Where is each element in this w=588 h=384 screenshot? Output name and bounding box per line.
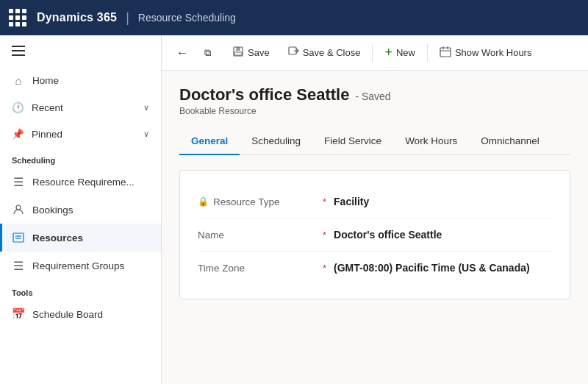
tab-general[interactable]: General — [179, 128, 240, 155]
top-bar: Dynamics 365 | Resource Scheduling — [0, 0, 588, 35]
record-name: Doctor's office Seattle — [179, 85, 349, 104]
name-label: Name — [198, 230, 315, 241]
form-row-time-zone: Time Zone * (GMT-08:00) Pacific Time (US… — [198, 252, 552, 284]
record-subtitle: Bookable Resource — [179, 106, 570, 116]
tabs: General Scheduling Field Service Work Ho… — [179, 128, 570, 155]
save-label: Save — [248, 47, 270, 58]
content-area: ← ⧉ Save — [162, 35, 588, 384]
time-zone-label: Time Zone — [198, 263, 315, 274]
show-work-hours-button[interactable]: Show Work Hours — [432, 41, 539, 64]
svg-rect-1 — [13, 233, 24, 242]
lock-icon: 🔒 — [198, 196, 209, 207]
hamburger-icon — [12, 46, 25, 56]
top-bar-divider: | — [126, 10, 129, 26]
save-close-label: Save & Close — [303, 47, 361, 58]
svg-point-0 — [16, 205, 21, 210]
req-groups-icon: ☰ — [12, 259, 25, 272]
resources-icon — [12, 231, 25, 244]
save-button[interactable]: Save — [225, 41, 277, 64]
form-row-name: Name * Doctor's office Seattle — [198, 218, 552, 252]
sidebar-item-home[interactable]: ⌂ Home — [0, 66, 161, 94]
time-zone-required: * — [323, 263, 326, 274]
page-content: Doctor's office Seattle - Saved Bookable… — [162, 71, 588, 384]
calendar-icon — [440, 46, 451, 60]
back-icon: ← — [176, 46, 188, 60]
form-card: 🔒 Resource Type * Facility Name * Doctor… — [179, 170, 570, 299]
home-icon: ⌂ — [12, 74, 25, 87]
sidebar-item-pinned-label: Pinned — [32, 129, 62, 140]
schedule-board-icon: 📅 — [12, 307, 25, 321]
show-work-hours-label: Show Work Hours — [455, 47, 532, 58]
time-zone-value[interactable]: (GMT-08:00) Pacific Time (US & Canada) — [334, 262, 530, 274]
save-close-button[interactable]: Save & Close — [280, 41, 368, 64]
sidebar-item-pinned[interactable]: 📌 Pinned ∨ — [0, 121, 161, 147]
module-title: Resource Scheduling — [138, 12, 236, 24]
sidebar-item-requirement-groups[interactable]: ☰ Requirement Groups — [0, 252, 161, 280]
sidebar-item-req-groups-label: Requirement Groups — [32, 260, 124, 271]
new-icon: + — [384, 45, 392, 60]
resource-type-required: * — [323, 196, 326, 207]
svg-rect-5 — [236, 47, 240, 51]
toolbar-separator-1 — [372, 44, 373, 62]
name-value[interactable]: Doctor's office Seattle — [334, 229, 442, 241]
recent-icon: 🕐 — [12, 102, 24, 113]
record-saved-status: - Saved — [355, 90, 390, 102]
recent-chevron-icon: ∨ — [143, 103, 149, 113]
sidebar-item-home-label: Home — [32, 75, 59, 86]
hamburger-button[interactable] — [0, 35, 161, 66]
sidebar-item-resources[interactable]: Resources — [0, 224, 161, 252]
tab-field-service[interactable]: Field Service — [312, 128, 393, 155]
sidebar-item-recent-label: Recent — [32, 102, 63, 113]
tab-work-hours[interactable]: Work Hours — [393, 128, 469, 155]
pinned-chevron-icon: ∨ — [143, 129, 149, 139]
toolbar: ← ⧉ Save — [162, 35, 588, 71]
sidebar-item-requirements-label: Resource Requireme... — [32, 177, 135, 188]
tools-section-label: Tools — [0, 280, 161, 300]
toolbar-nav: ← ⧉ — [171, 41, 219, 65]
sidebar-item-resources-label: Resources — [32, 232, 83, 243]
sidebar: ⌂ Home 🕐 Recent ∨ 📌 Pinned ∨ Scheduling … — [0, 35, 162, 384]
app-launcher-icon[interactable] — [9, 9, 26, 26]
sidebar-item-recent[interactable]: 🕐 Recent ∨ — [0, 94, 161, 121]
bookings-icon — [12, 203, 25, 216]
toolbar-separator-2 — [427, 44, 428, 62]
requirements-icon: ☰ — [12, 175, 25, 188]
app-title: Dynamics 365 — [37, 11, 117, 24]
sidebar-item-bookings[interactable]: Bookings — [0, 196, 161, 224]
new-window-icon: ⧉ — [204, 47, 211, 59]
svg-rect-8 — [440, 48, 451, 57]
name-required: * — [323, 230, 326, 241]
sidebar-item-bookings-label: Bookings — [32, 205, 74, 216]
main-layout: ⌂ Home 🕐 Recent ∨ 📌 Pinned ∨ Scheduling … — [0, 35, 588, 384]
tab-scheduling[interactable]: Scheduling — [240, 128, 312, 155]
back-button[interactable]: ← — [171, 41, 194, 65]
resource-type-value[interactable]: Facility — [334, 196, 369, 207]
tab-omnichannel[interactable]: Omnichannel — [469, 128, 551, 155]
sidebar-item-resource-requirements[interactable]: ☰ Resource Requireme... — [0, 168, 161, 196]
form-row-resource-type: 🔒 Resource Type * Facility — [198, 185, 552, 218]
pinned-icon: 📌 — [12, 128, 24, 140]
resource-type-label: 🔒 Resource Type — [198, 196, 315, 207]
new-label: New — [396, 47, 415, 58]
new-button[interactable]: + New — [377, 40, 423, 65]
sidebar-item-schedule-board[interactable]: 📅 Schedule Board — [0, 300, 161, 328]
save-icon — [232, 46, 244, 60]
scheduling-section-label: Scheduling — [0, 147, 161, 168]
record-title: Doctor's office Seattle - Saved — [179, 85, 570, 104]
sidebar-item-schedule-board-label: Schedule Board — [32, 309, 103, 320]
save-close-icon — [287, 46, 299, 60]
svg-rect-6 — [234, 52, 242, 55]
new-window-button[interactable]: ⧉ — [196, 41, 219, 65]
